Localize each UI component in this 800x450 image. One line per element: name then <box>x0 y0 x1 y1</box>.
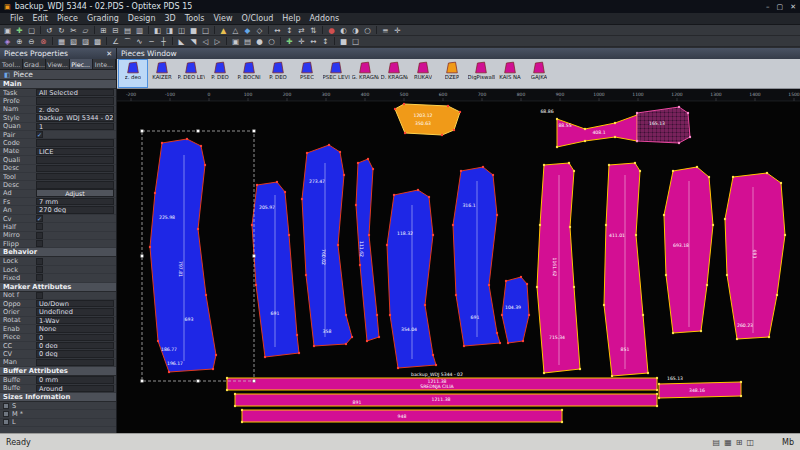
toolbar-icon[interactable]: ◁ <box>201 36 210 47</box>
field-man[interactable] <box>36 359 114 366</box>
toolbar-icon[interactable]: ∠ <box>111 36 120 47</box>
piece-back-panel-2[interactable]: 118.32354.04 <box>386 189 437 369</box>
piece-small-facing[interactable]: 104.39 <box>501 276 530 344</box>
toolbar-icon[interactable]: ↻ <box>57 25 66 36</box>
toolbar-icon[interactable]: ◥ <box>189 36 198 47</box>
thumbnail-g-kragna[interactable]: G. KRAGNA <box>351 60 379 87</box>
checkbox-mirro[interactable] <box>36 232 43 239</box>
menu-item-edit[interactable]: Edit <box>28 14 52 23</box>
piece-leg-panel-2[interactable]: 411.01851 <box>603 162 649 377</box>
toolbar-icon[interactable]: ↺ <box>45 25 54 36</box>
field-desc[interactable] <box>36 181 114 188</box>
field-piece[interactable]: 0 <box>36 334 114 341</box>
menu-item-design[interactable]: Design <box>124 14 160 23</box>
toolbar-icon[interactable]: ↕ <box>285 25 294 36</box>
toolbar-icon[interactable]: ◐ <box>339 25 348 36</box>
status-icon[interactable]: ▤ <box>713 438 721 447</box>
toolbar-icon[interactable]: ◨ <box>165 25 174 36</box>
toolbar-icon[interactable]: ⇅ <box>309 25 318 36</box>
field-desc[interactable] <box>36 165 114 172</box>
selection-handle[interactable] <box>197 380 200 383</box>
toolbar-icon[interactable]: ▱ <box>81 25 90 36</box>
checkbox-cv[interactable]: ✓ <box>36 215 43 222</box>
minimize-button[interactable]: – <box>766 3 770 11</box>
toolbar-icon[interactable]: ● <box>255 36 264 47</box>
field-tool[interactable] <box>36 173 114 180</box>
field-cc[interactable]: 0 deg <box>36 342 114 349</box>
menu-item-piece[interactable]: Piece <box>53 14 82 23</box>
toolbar-icon[interactable]: ⊕ <box>15 36 24 47</box>
toolbar-icon[interactable]: ▧ <box>69 36 78 47</box>
field-mate[interactable]: LICE <box>36 148 114 155</box>
toolbar-icon[interactable]: ✂ <box>69 25 78 36</box>
tab-tool[interactable]: Tool... <box>0 59 23 69</box>
field-an[interactable]: 270 deg <box>36 206 114 213</box>
toolbar-icon[interactable]: ∿ <box>135 36 144 47</box>
piece-sleeve-2[interactable]: 693260.23 <box>724 172 786 340</box>
thumbnail-dzep[interactable]: DZEP <box>438 60 466 87</box>
thumbnail-p-bocni[interactable]: P. BOCNI <box>235 60 263 87</box>
thumbnail-gajka[interactable]: GAJKA <box>525 60 553 87</box>
tab-view[interactable]: View... <box>46 59 69 69</box>
toolbar-icon[interactable]: ◑ <box>351 25 360 36</box>
toolbar-icon[interactable]: ▤ <box>243 36 252 47</box>
toolbar-icon[interactable]: ◣ <box>177 36 186 47</box>
toolbar-icon[interactable]: ● <box>327 25 336 36</box>
field-nam[interactable]: z. deo <box>36 106 114 113</box>
selection-handle[interactable] <box>253 380 256 383</box>
toolbar-icon[interactable]: ✛ <box>297 36 306 47</box>
thumbnail-psec[interactable]: PSEC <box>293 60 321 87</box>
selection-handle[interactable] <box>141 255 144 258</box>
toolbar-icon[interactable]: ⊖ <box>27 36 36 47</box>
menu-item-tools[interactable]: Tools <box>181 14 209 23</box>
toolbar-icon[interactable]: ▲ <box>219 25 228 36</box>
toolbar-icon[interactable]: ✛ <box>393 25 402 36</box>
field-fs[interactable]: 7 mm <box>36 198 114 205</box>
maximize-button[interactable]: ▢ <box>777 3 784 11</box>
checkbox-lock[interactable] <box>36 258 43 265</box>
checkbox-flipp[interactable] <box>36 240 43 247</box>
toolbar-icon[interactable]: □ <box>201 25 210 36</box>
toolbar-icon[interactable]: ✚ <box>15 25 24 36</box>
status-icon[interactable]: ⊞ <box>736 438 743 447</box>
thumbnail-p-deo[interactable]: P. DEO <box>264 60 292 87</box>
toolbar-icon[interactable]: ◧ <box>153 25 162 36</box>
field-code[interactable] <box>36 139 114 146</box>
thumbnail-z-deo[interactable]: z. deo <box>119 60 147 87</box>
toolbar-icon[interactable]: ↕ <box>321 36 330 47</box>
selection-handle[interactable] <box>141 380 144 383</box>
toolbar-icon[interactable]: ┼ <box>159 36 168 47</box>
toolbar-icon[interactable]: ⊞ <box>99 25 108 36</box>
field-oppo[interactable]: Up/Down <box>36 300 114 307</box>
thumbnail-kaizer[interactable]: KAIZER <box>148 60 176 87</box>
field-buffe[interactable]: 0 mm <box>36 376 114 383</box>
toolbar-icon[interactable]: ⌒ <box>123 36 132 47</box>
toolbar-icon[interactable]: ○ <box>267 36 276 47</box>
piece-sleeve-1[interactable]: 693.18 <box>663 166 714 334</box>
tab-inte[interactable]: Inte... <box>93 59 116 69</box>
thumbnail-p-deo[interactable]: P. DEO <box>206 60 234 87</box>
piece-belt-loop-strip[interactable]: 348.16 <box>658 381 742 399</box>
field-style[interactable]: backup_WDJ 5344 - 02 <box>36 114 114 121</box>
selection-handle[interactable] <box>253 130 256 133</box>
piece-strip-2[interactable]: 1211.38891 <box>234 393 658 407</box>
selection-handle[interactable] <box>141 130 144 133</box>
thumbnail-digpiswa8[interactable]: DigPiswa8 <box>467 60 495 87</box>
toolbar-icon[interactable]: ▢ <box>27 25 36 36</box>
checkbox-pair[interactable]: ✓ <box>36 131 43 138</box>
piece-leg-panel-1[interactable]: 1161.62715.34 <box>536 162 581 374</box>
toolbar-icon[interactable]: ▤ <box>123 25 132 36</box>
toolbar-icon[interactable]: ↔ <box>273 25 282 36</box>
field-orier[interactable]: Undefined <box>36 308 114 315</box>
toolbar-icon[interactable]: ▣ <box>231 36 240 47</box>
thumbnail-kais-na[interactable]: KAIS NA <box>496 60 524 87</box>
piece-front-panel-2[interactable]: 205.97691 <box>251 181 300 358</box>
toolbar-icon[interactable]: ⊟ <box>111 25 120 36</box>
toolbar-icon[interactable]: ⇄ <box>297 25 306 36</box>
close-button[interactable]: ✕ <box>790 3 796 11</box>
button-adjust[interactable]: Adjust <box>36 189 114 197</box>
toolbar-icon[interactable]: ■ <box>189 25 198 36</box>
menu-item-help[interactable]: Help <box>278 14 304 23</box>
field-task[interactable]: All Selected <box>36 89 114 96</box>
piece-pocket[interactable]: 1203.12350.63 <box>394 103 461 136</box>
